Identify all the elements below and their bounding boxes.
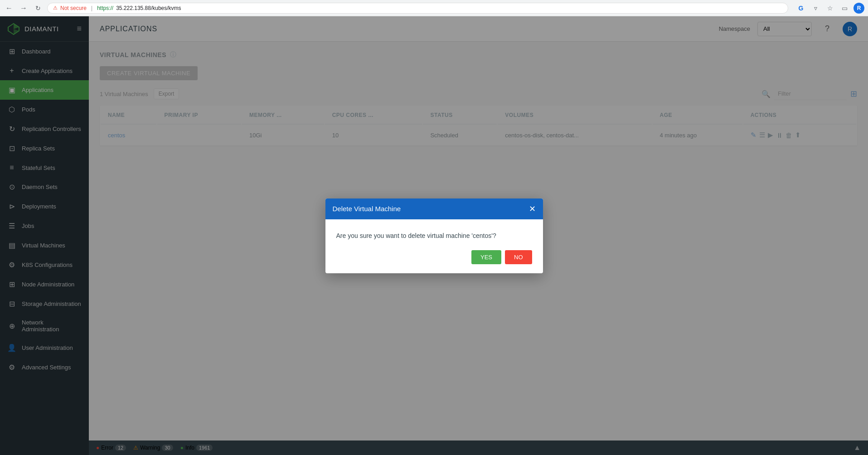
forward-button[interactable]: → bbox=[18, 3, 29, 14]
modal-header: Delete Virtual Machine ✕ bbox=[325, 198, 543, 219]
back-button[interactable]: ← bbox=[4, 3, 15, 14]
modal-message: Are you sure you want to delete virtual … bbox=[336, 232, 532, 239]
url-bar[interactable]: ⚠ Not secure | https:// 35.222.135.88/ku… bbox=[47, 3, 788, 14]
modal-title: Delete Virtual Machine bbox=[333, 205, 401, 213]
security-warning-icon: ⚠ bbox=[53, 5, 58, 11]
modal-close-button[interactable]: ✕ bbox=[529, 205, 536, 213]
google-icon[interactable]: G bbox=[795, 3, 806, 14]
browser-bar: ← → ↻ ⚠ Not secure | https:// 35.222.135… bbox=[0, 0, 868, 16]
modal-actions: YES NO bbox=[336, 250, 532, 264]
modal-body: Are you sure you want to delete virtual … bbox=[325, 219, 543, 273]
url-text: 35.222.135.88/kubes/kvms bbox=[116, 5, 181, 11]
browser-actions: G ▿ ☆ ▭ R bbox=[795, 3, 864, 14]
cast-icon[interactable]: ▭ bbox=[839, 3, 850, 14]
delete-vm-modal: Delete Virtual Machine ✕ Are you sure yo… bbox=[325, 198, 543, 273]
modal-overlay: Delete Virtual Machine ✕ Are you sure yo… bbox=[0, 16, 868, 455]
url-https: https:// bbox=[97, 5, 113, 11]
url-separator: | bbox=[91, 5, 92, 11]
browser-user-avatar[interactable]: R bbox=[853, 3, 864, 14]
confirm-no-button[interactable]: NO bbox=[505, 250, 532, 264]
security-text: Not secure bbox=[60, 5, 87, 11]
reload-button[interactable]: ↻ bbox=[33, 3, 44, 14]
extensions-icon[interactable]: ▿ bbox=[810, 3, 821, 14]
bookmark-icon[interactable]: ☆ bbox=[824, 3, 835, 14]
confirm-yes-button[interactable]: YES bbox=[471, 250, 501, 264]
